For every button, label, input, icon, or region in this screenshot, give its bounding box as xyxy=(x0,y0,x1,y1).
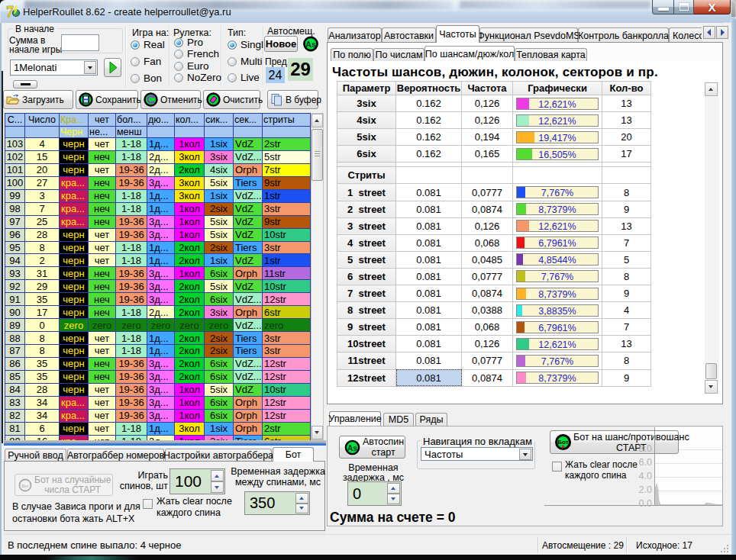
svg-text:Бот: Бот xyxy=(557,439,568,446)
svg-text:As: As xyxy=(347,443,357,452)
svg-text:As: As xyxy=(305,40,316,49)
svg-text:Бот: Бот xyxy=(21,483,29,488)
